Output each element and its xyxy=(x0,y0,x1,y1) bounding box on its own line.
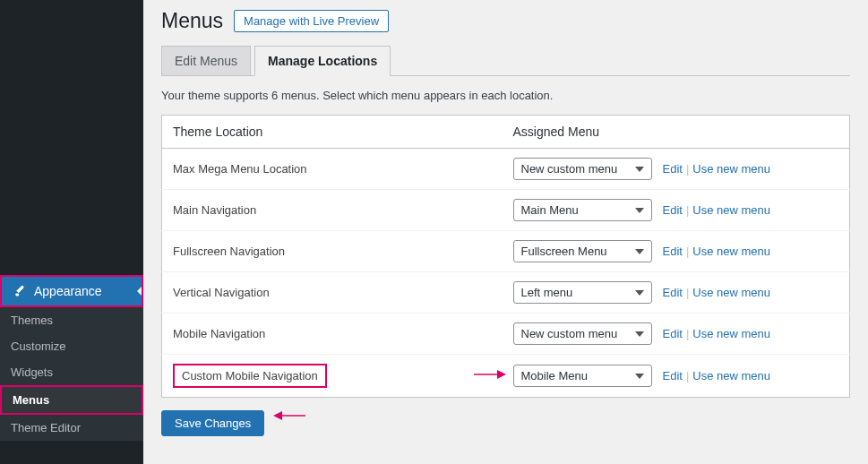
location-label: Vertical Navigation xyxy=(162,272,503,314)
assigned-cell: New custom menuEdit|Use new menu xyxy=(503,149,850,190)
use-new-menu-link[interactable]: Use new menu xyxy=(692,245,770,258)
heading-row: Menus Manage with Live Preview xyxy=(161,9,850,33)
location-label: Fullscreen Navigation xyxy=(162,231,503,272)
sidebar-item-menus[interactable]: Menus xyxy=(0,385,143,415)
row-actions: Edit|Use new menu xyxy=(663,245,771,258)
use-new-menu-link[interactable]: Use new menu xyxy=(692,162,770,176)
table-row: Vertical NavigationLeft menuEdit|Use new… xyxy=(162,272,850,314)
col-header-assigned: Assigned Menu xyxy=(503,116,850,149)
edit-link[interactable]: Edit xyxy=(663,245,683,258)
sidebar-item-customize[interactable]: Customize xyxy=(0,333,143,359)
edit-link[interactable]: Edit xyxy=(663,286,683,299)
assigned-menu-select[interactable]: New custom menu xyxy=(513,322,652,345)
description-text: Your theme supports 6 menus. Select whic… xyxy=(161,89,850,102)
use-new-menu-link[interactable]: Use new menu xyxy=(692,369,770,382)
separator: | xyxy=(686,369,689,382)
page-title: Menus xyxy=(161,9,223,33)
assigned-cell: Fullscreen MenuEdit|Use new menu xyxy=(503,231,850,272)
brush-icon xyxy=(13,284,27,298)
assigned-cell: New custom menuEdit|Use new menu xyxy=(503,314,850,355)
table-row: Max Mega Menu LocationNew custom menuEdi… xyxy=(162,149,850,190)
separator: | xyxy=(686,203,689,217)
save-row: Save Changes xyxy=(161,398,850,436)
tab-edit-menus[interactable]: Edit Menus xyxy=(161,46,251,76)
table-row: Main NavigationMain MenuEdit|Use new men… xyxy=(162,190,850,231)
edit-link[interactable]: Edit xyxy=(663,369,683,382)
assigned-cell: Mobile MenuEdit|Use new menu xyxy=(503,355,850,398)
sidebar-spacer xyxy=(0,0,143,275)
row-actions: Edit|Use new menu xyxy=(663,369,771,382)
location-label: Custom Mobile Navigation xyxy=(173,364,327,388)
use-new-menu-link[interactable]: Use new menu xyxy=(692,327,770,340)
separator: | xyxy=(686,327,689,340)
col-header-location: Theme Location xyxy=(162,116,503,149)
edit-link[interactable]: Edit xyxy=(663,327,683,340)
tab-manage-locations[interactable]: Manage Locations xyxy=(254,46,391,76)
row-actions: Edit|Use new menu xyxy=(663,203,771,217)
appearance-submenu: Themes Customize Widgets Menus Theme Edi… xyxy=(0,307,143,441)
location-label: Main Navigation xyxy=(162,190,503,231)
save-button[interactable]: Save Changes xyxy=(161,410,264,436)
assigned-cell: Left menuEdit|Use new menu xyxy=(503,272,850,314)
edit-link[interactable]: Edit xyxy=(663,203,683,217)
table-row: Mobile NavigationNew custom menuEdit|Use… xyxy=(162,314,850,355)
separator: | xyxy=(686,286,689,299)
tabs: Edit Menus Manage Locations xyxy=(161,46,850,76)
sidebar-item-widgets[interactable]: Widgets xyxy=(0,359,143,385)
separator: | xyxy=(686,162,689,176)
use-new-menu-link[interactable]: Use new menu xyxy=(692,286,770,299)
row-actions: Edit|Use new menu xyxy=(663,162,771,176)
separator: | xyxy=(686,245,689,258)
annotation-arrow-save xyxy=(273,408,305,425)
location-label: Mobile Navigation xyxy=(162,314,503,355)
edit-link[interactable]: Edit xyxy=(663,162,683,176)
row-actions: Edit|Use new menu xyxy=(663,286,771,299)
assigned-menu-select[interactable]: Fullscreen Menu xyxy=(513,240,652,262)
use-new-menu-link[interactable]: Use new menu xyxy=(692,203,770,217)
sidebar-item-appearance[interactable]: Appearance xyxy=(0,275,143,307)
assigned-menu-select[interactable]: Main Menu xyxy=(513,199,652,221)
sidebar-item-themes[interactable]: Themes xyxy=(0,307,143,333)
location-label: Max Mega Menu Location xyxy=(162,149,503,190)
assigned-cell: Main MenuEdit|Use new menu xyxy=(503,190,850,231)
assigned-menu-select[interactable]: Left menu xyxy=(513,281,652,304)
sidebar-item-theme-editor[interactable]: Theme Editor xyxy=(0,415,143,441)
sidebar-appearance-label: Appearance xyxy=(34,284,102,298)
table-row: Fullscreen NavigationFullscreen MenuEdit… xyxy=(162,231,850,272)
row-actions: Edit|Use new menu xyxy=(663,327,771,340)
assigned-menu-select[interactable]: Mobile Menu xyxy=(513,365,652,387)
table-row: Custom Mobile NavigationMobile MenuEdit|… xyxy=(162,355,850,398)
admin-sidebar: Appearance Themes Customize Widgets Menu… xyxy=(0,0,143,464)
main-content: Menus Manage with Live Preview Edit Menu… xyxy=(143,0,868,464)
assigned-menu-select[interactable]: New custom menu xyxy=(513,158,652,180)
locations-table: Theme Location Assigned Menu Max Mega Me… xyxy=(161,115,850,398)
live-preview-button[interactable]: Manage with Live Preview xyxy=(234,10,389,32)
